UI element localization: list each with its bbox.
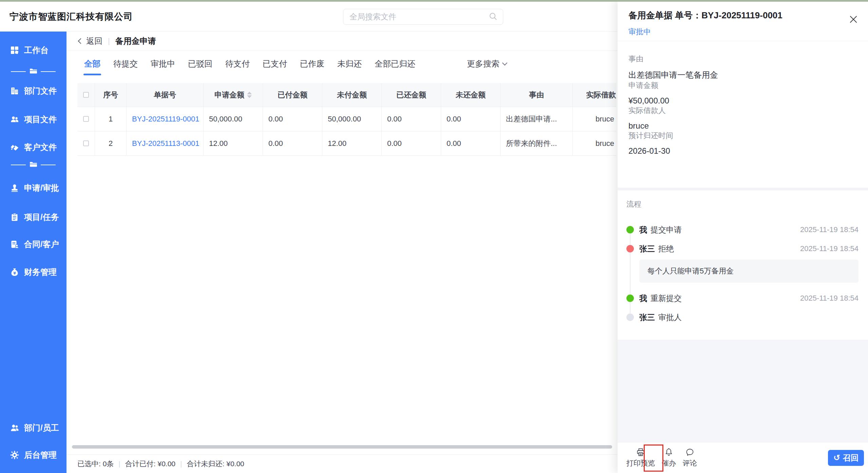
flow-step: 我 重新提交 2025-11-19 18:54 (626, 289, 858, 308)
print-preview-label: 打印预览 (626, 458, 655, 468)
doc-number-link[interactable]: BYJ-20251119-0001 (132, 115, 200, 124)
flow-step-block: 我 提交申请 2025-11-19 18:54 (626, 220, 858, 239)
sidebar-item-label: 合同/客户 (24, 239, 59, 250)
select-all-checkbox[interactable] (83, 92, 89, 98)
back-link[interactable]: 返回 (79, 36, 102, 46)
sidebar-item-dept-staff[interactable]: 部门/员工 (0, 420, 67, 436)
filter-tab[interactable]: 已驳回 (188, 58, 212, 77)
sidebar-item-customer-files[interactable]: 客户文件 (0, 139, 67, 155)
table-row[interactable]: 1 BYJ-20251119-0001 50,000.00 0.00 50,00… (77, 107, 616, 131)
sidebar-item-contract-customer[interactable]: 合同/客户 (0, 236, 67, 252)
sidebar-item-project-files[interactable]: 项目文件 (0, 112, 67, 127)
doc-number-link[interactable]: BYJ-20251113-0001 (132, 139, 200, 148)
search-icon (489, 12, 497, 22)
filter-tab[interactable]: 待支付 (225, 58, 250, 77)
people-icon (10, 423, 19, 432)
sidebar-item-admin[interactable]: 后台管理 (0, 447, 67, 463)
recall-button[interactable]: ↺ 召回 (828, 450, 864, 466)
sidebar-item-label: 财务管理 (24, 267, 57, 278)
filter-tab[interactable]: 已支付 (263, 58, 287, 77)
sidebar-item-project-task[interactable]: 项目/任务 (0, 209, 67, 225)
row-checkbox[interactable] (83, 140, 89, 146)
printer-icon (636, 448, 645, 457)
step-time: 2025-11-19 18:54 (800, 294, 858, 303)
sort-icon[interactable] (247, 92, 252, 98)
clipboard-icon (10, 213, 19, 222)
filter-tab[interactable]: 全部已归还 (375, 58, 415, 77)
sidebar-item-label: 项目文件 (24, 114, 57, 125)
stamp-icon (10, 184, 19, 192)
filter-tab[interactable]: 全部 (84, 58, 100, 77)
column-header: 事由 (501, 83, 573, 107)
sidebar-item-apply-approve[interactable]: 申请/审批 (0, 180, 67, 196)
column-header: 申请金额 (204, 83, 263, 107)
field: 预计归还时间 2026-01-30 (628, 131, 857, 156)
sidebar-divider-files (0, 67, 67, 76)
total-unreturned: 合计未归还: ¥0.00 (187, 459, 244, 469)
sidebar-item-label: 后台管理 (24, 450, 57, 460)
sidebar-item-finance[interactable]: ¥ 财务管理 (0, 264, 67, 280)
gear-icon (10, 451, 19, 459)
horizontal-scrollbar[interactable] (72, 445, 612, 449)
section-divider (618, 188, 868, 190)
field-label: 实际借款人 (628, 106, 857, 116)
drawer-title: 备用金单据 单号：BYJ-20251119-0001 (628, 10, 857, 21)
cell-reason: 所带来的附件... (501, 131, 573, 155)
field-label: 事由 (628, 54, 857, 64)
cell-reason: 出差德国申请... (501, 107, 573, 131)
field: 事由 出差德国申请一笔备用金 (628, 54, 857, 80)
table-row[interactable]: 2 BYJ-20251113-0001 12.00 0.00 12.00 0.0… (77, 131, 616, 156)
filter-tab[interactable]: 未归还 (337, 58, 362, 77)
company-name: 宁波市智蓝图汇科技有限公司 (10, 11, 133, 23)
comment-button[interactable]: 评论 (679, 447, 700, 469)
cell-paid-amount: 0.00 (263, 107, 322, 131)
sidebar: 工作台 部门文件 项目文件 客户文件 (0, 32, 67, 473)
cell-borrower: bruce (573, 131, 616, 155)
urge-button[interactable]: 催办 (658, 447, 679, 469)
close-icon[interactable] (848, 14, 859, 25)
field: 申请金额 ¥50,000.00 (628, 80, 857, 106)
search-input[interactable] (350, 12, 485, 21)
group-icon (10, 115, 19, 124)
detail-drawer: 备用金单据 单号：BYJ-20251119-0001 审批中 事由 出差德国申请… (618, 0, 868, 473)
contract-icon (10, 240, 19, 249)
drawer-spacer (618, 340, 868, 442)
global-search[interactable] (343, 9, 503, 25)
drawer-footer: 打印预览 催办 评论 ↺ 召回 (618, 442, 868, 473)
flow-step-block: 张三 审批人 (626, 308, 858, 327)
filter-tab[interactable]: 已作废 (300, 58, 324, 77)
main-content: 返回 | 备用金申请 全部 待提交 审批中 已驳回 待支付 已支付 已作废 未归… (67, 32, 618, 473)
sidebar-item-label: 工作台 (24, 45, 49, 56)
print-preview-button[interactable]: 打印预览 (623, 447, 658, 469)
row-checkbox[interactable] (83, 116, 89, 122)
building-icon (10, 87, 19, 95)
field-value: bruce (628, 121, 857, 131)
column-header: 未付金额 (322, 83, 382, 107)
step-note: 每个人只能申请5万备用金 (639, 260, 858, 283)
bell-icon (664, 448, 673, 457)
recall-label: 召回 (843, 453, 858, 463)
sidebar-item-workbench[interactable]: 工作台 (0, 42, 67, 58)
step-action: 拒绝 (658, 244, 674, 254)
step-actor: 张三 (639, 244, 655, 254)
comment-label: 评论 (683, 458, 697, 468)
filter-tab[interactable]: 审批中 (151, 58, 175, 77)
flow-section: 流程 我 提交申请 2025-11-19 18:54 (618, 190, 868, 340)
sidebar-item-dept-files[interactable]: 部门文件 (0, 83, 67, 99)
sidebar-item-label: 部门/员工 (24, 422, 59, 433)
sidebar-item-label: 项目/任务 (24, 212, 59, 223)
step-actor: 张三 (639, 312, 655, 323)
total-paid: 合计已付: ¥0.00 (125, 459, 175, 469)
cell-applied-amount: 12.00 (204, 131, 263, 155)
prepayment-table: 序号 单据号 申请金额 (77, 83, 616, 156)
field-label: 预计归还时间 (628, 131, 857, 141)
breadcrumb-separator: | (108, 37, 110, 45)
field-value: ¥50,000.00 (628, 96, 857, 106)
breadcrumb: 返回 | 备用金申请 (67, 32, 618, 51)
cell-applied-amount: 50,000.00 (204, 107, 263, 131)
filter-tab[interactable]: 待提交 (113, 58, 138, 77)
more-search-toggle[interactable]: 更多搜索 (467, 58, 507, 69)
table-body: 1 BYJ-20251119-0001 50,000.00 0.00 50,00… (77, 107, 616, 156)
selected-count: 已选中: 0条 (77, 459, 114, 469)
flow-timeline: 我 提交申请 2025-11-19 18:54 张三 拒绝 2025-11-19… (626, 220, 858, 327)
